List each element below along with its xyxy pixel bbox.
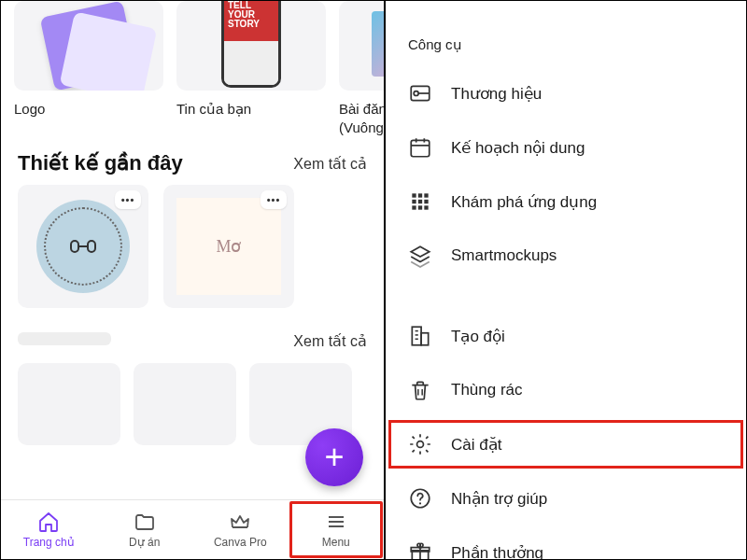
- menu-label: Thùng rác: [451, 381, 523, 399]
- design-graphic-icon: [69, 237, 97, 256]
- menu-drawer: Công cụ Thương hiệu Kế hoạch nội dung Kh…: [386, 1, 746, 559]
- calendar-icon: [408, 135, 432, 160]
- menu-label: Khám phá ứng dụng: [451, 192, 597, 212]
- svg-rect-16: [418, 200, 422, 203]
- svg-rect-22: [421, 333, 429, 345]
- nav-label: Dự án: [129, 536, 160, 549]
- menu-item-brand[interactable]: Thương hiệu: [386, 66, 746, 120]
- menu-label: Nhận trợ giúp: [451, 489, 547, 509]
- template-thumb-story: TELL YOUR STORY: [176, 1, 326, 91]
- recent-see-all-link[interactable]: Xem tất cả: [293, 155, 367, 173]
- recent-design-preview: [36, 200, 130, 293]
- menu-item-help[interactable]: Nhận trợ giúp: [386, 471, 746, 525]
- more-options-button[interactable]: •••: [115, 190, 141, 209]
- placeholder-bar: [18, 332, 111, 345]
- bottom-nav: Trang chủ Dự án Canva Pro Menu: [1, 499, 384, 559]
- menu-item-content-plan[interactable]: Kế hoạch nội dung: [386, 120, 746, 175]
- brand-kit-icon: [408, 81, 432, 105]
- folder-icon: [134, 511, 156, 533]
- building-icon: [408, 324, 432, 348]
- layers-icon: [408, 244, 432, 268]
- nav-label: Canva Pro: [214, 536, 267, 549]
- svg-rect-13: [418, 193, 422, 197]
- template-item-logo[interactable]: Logo: [14, 1, 163, 136]
- menu-item-create-team[interactable]: Tạo đội: [386, 309, 746, 363]
- gift-icon: [408, 540, 432, 560]
- blank-section-header: Xem tất cả: [1, 308, 384, 356]
- apps-grid-icon: [408, 189, 432, 214]
- menu-icon: [325, 511, 347, 533]
- recent-design-card[interactable]: Mơ •••: [163, 185, 294, 308]
- gear-icon: [408, 432, 432, 456]
- template-thumb-logo: [14, 1, 163, 91]
- menu-item-discover-apps[interactable]: Khám phá ứng dụng: [386, 175, 746, 229]
- svg-rect-15: [412, 200, 416, 203]
- recent-section-header: Thiết kế gần đây Xem tất cả: [1, 136, 384, 185]
- nav-pro[interactable]: Canva Pro: [192, 500, 289, 559]
- menu-label: Thương hiệu: [451, 84, 542, 104]
- svg-rect-20: [424, 205, 428, 209]
- more-options-button[interactable]: •••: [261, 190, 287, 209]
- nav-home[interactable]: Trang chủ: [1, 500, 97, 559]
- svg-rect-8: [411, 140, 430, 156]
- template-label: Logo: [14, 100, 163, 119]
- menu-item-smartmockups[interactable]: Smartmockups: [386, 229, 746, 283]
- recent-design-preview: Mơ: [176, 198, 281, 295]
- svg-rect-21: [412, 327, 421, 345]
- create-new-fab[interactable]: +: [305, 428, 363, 486]
- recent-design-card[interactable]: •••: [18, 185, 148, 308]
- template-label: Bài đăng I (Vuông): [339, 100, 384, 136]
- menu-label: Cài đặt: [451, 435, 501, 455]
- menu-section-title: Công cụ: [386, 8, 746, 66]
- menu-item-rewards[interactable]: Phần thưởng: [386, 525, 746, 560]
- nav-menu[interactable]: Menu: [289, 500, 385, 559]
- nav-projects[interactable]: Dự án: [97, 500, 193, 559]
- help-icon: [408, 486, 432, 511]
- template-categories-row[interactable]: Logo TELL YOUR STORY Tin của bạn Bài đăn…: [1, 1, 384, 136]
- trash-icon: [408, 378, 432, 402]
- placeholder-card[interactable]: [134, 363, 236, 445]
- svg-rect-0: [71, 241, 78, 252]
- template-thumb-square-post: [339, 1, 384, 91]
- svg-point-30: [419, 502, 421, 504]
- menu-label: Smartmockups: [451, 246, 557, 265]
- template-item-story[interactable]: TELL YOUR STORY Tin của bạn: [176, 1, 326, 136]
- menu-label: Kế hoạch nội dung: [451, 138, 585, 158]
- template-item-square-post[interactable]: Bài đăng I (Vuông): [339, 1, 384, 136]
- app-main-screen: Logo TELL YOUR STORY Tin của bạn Bài đăn…: [1, 1, 386, 559]
- placeholder-card[interactable]: [18, 363, 120, 445]
- plus-icon: +: [324, 438, 344, 477]
- template-label: Tin của bạn: [176, 100, 326, 119]
- menu-item-trash[interactable]: Thùng rác: [386, 363, 746, 417]
- svg-rect-1: [88, 241, 95, 252]
- svg-rect-18: [412, 205, 416, 209]
- svg-point-7: [414, 91, 418, 96]
- nav-label: Trang chủ: [23, 536, 75, 549]
- menu-label: Tạo đội: [451, 327, 505, 346]
- svg-rect-17: [424, 200, 428, 203]
- home-icon: [37, 511, 60, 533]
- crown-icon: [229, 511, 251, 533]
- recent-title: Thiết kế gần đây: [18, 151, 183, 175]
- svg-rect-12: [412, 193, 416, 197]
- svg-rect-14: [424, 193, 428, 197]
- svg-rect-19: [418, 205, 422, 209]
- svg-point-28: [417, 441, 424, 448]
- menu-item-settings[interactable]: Cài đặt: [386, 417, 746, 471]
- recent-designs-row: ••• Mơ •••: [1, 185, 384, 308]
- menu-label: Phần thưởng: [451, 543, 543, 561]
- blank-see-all-link[interactable]: Xem tất cả: [293, 332, 367, 350]
- nav-label: Menu: [322, 536, 350, 549]
